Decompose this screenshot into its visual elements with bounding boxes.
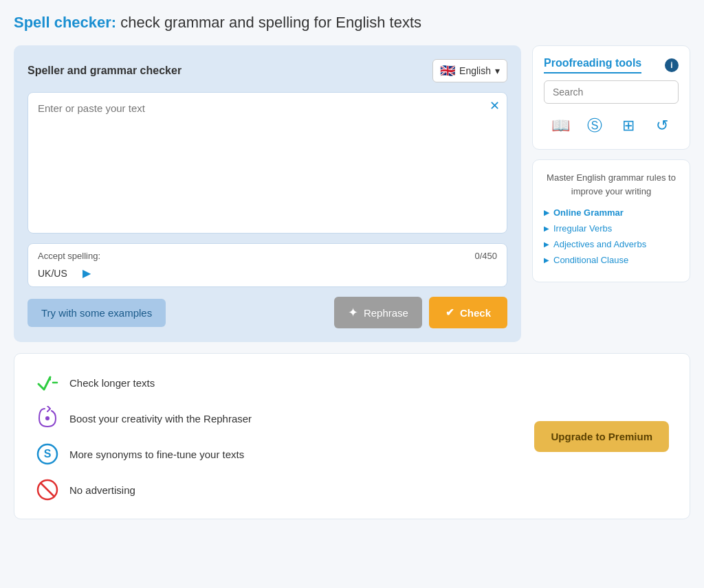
tool-icons-row: 📖 Ⓢ ⊞ ↺ bbox=[544, 113, 679, 138]
book-icon[interactable]: 📖 bbox=[549, 113, 573, 138]
grammar-icon[interactable]: ↺ bbox=[650, 113, 674, 138]
rephrase-button[interactable]: ✦ Rephrase bbox=[334, 297, 422, 328]
features-list: Check longer texts Boost your creativity… bbox=[35, 370, 252, 502]
irregular-verbs-link[interactable]: ▶ Irregular Verbs bbox=[544, 223, 679, 234]
chevron-down-icon: ▾ bbox=[495, 65, 500, 76]
flag-icon: 🇬🇧 bbox=[440, 63, 455, 78]
left-panel: Speller and grammar checker 🇬🇧 English ▾… bbox=[14, 45, 521, 342]
select-arrow-icon: ▶ bbox=[82, 267, 91, 280]
arrow-icon: ▶ bbox=[544, 256, 549, 264]
synonyms-feature-icon: S bbox=[35, 442, 60, 466]
text-input[interactable] bbox=[28, 93, 507, 230]
main-layout: Speller and grammar checker 🇬🇧 English ▾… bbox=[14, 45, 690, 342]
try-examples-button[interactable]: Try with some examples bbox=[28, 299, 166, 327]
grid-icon[interactable]: ⊞ bbox=[616, 113, 641, 138]
rephrase-sparkle-icon: ✦ bbox=[348, 305, 358, 320]
bottom-card: Check longer texts Boost your creativity… bbox=[14, 353, 690, 519]
grammar-intro: Master English grammar rules to improve … bbox=[544, 171, 679, 198]
upgrade-button[interactable]: Upgrade to Premium bbox=[534, 421, 669, 452]
rephraser-icon bbox=[35, 406, 60, 431]
checkmark-icon: ✔ bbox=[446, 306, 454, 319]
info-icon[interactable]: i bbox=[665, 58, 679, 72]
conditional-clause-link[interactable]: ▶ Conditional Clause bbox=[544, 255, 679, 265]
svg-point-2 bbox=[45, 416, 50, 420]
spelling-row: Accept spelling: 0/450 UK/US ▶ bbox=[28, 243, 507, 287]
textarea-wrapper: ✕ bbox=[28, 92, 507, 234]
spelling-select[interactable]: UK/US bbox=[38, 268, 78, 279]
char-count: 0/450 bbox=[474, 251, 497, 261]
checker-header: Speller and grammar checker 🇬🇧 English ▾ bbox=[28, 59, 507, 82]
accept-spelling-label: Accept spelling: bbox=[38, 251, 100, 261]
feature-no-ads: No advertising bbox=[35, 477, 252, 502]
check-longer-icon bbox=[35, 370, 60, 395]
page-title: Spell checker: check grammar and spellin… bbox=[14, 14, 690, 32]
search-input[interactable] bbox=[544, 80, 679, 104]
language-label: English bbox=[459, 65, 491, 76]
feature-synonyms: S More synonyms to fine-tune your texts bbox=[35, 442, 252, 466]
feature-check-longer: Check longer texts bbox=[35, 370, 252, 395]
online-grammar-link[interactable]: ▶ Online Grammar bbox=[544, 207, 679, 218]
arrow-icon: ▶ bbox=[544, 240, 549, 248]
adjectives-adverbs-link[interactable]: ▶ Adjectives and Adverbs bbox=[544, 239, 679, 249]
arrow-icon: ▶ bbox=[544, 209, 549, 216]
checker-title: Speller and grammar checker bbox=[28, 65, 182, 77]
proofreading-title: Proofreading tools bbox=[544, 57, 641, 74]
svg-line-6 bbox=[41, 483, 54, 497]
svg-text:S: S bbox=[44, 448, 52, 460]
arrow-icon: ▶ bbox=[544, 225, 549, 232]
clear-button[interactable]: ✕ bbox=[490, 100, 500, 112]
buttons-row: Try with some examples ✦ Rephrase ✔ Chec… bbox=[28, 297, 507, 328]
no-ads-icon bbox=[35, 477, 60, 502]
grammar-card: Master English grammar rules to improve … bbox=[532, 159, 690, 282]
check-button[interactable]: ✔ Check bbox=[429, 297, 507, 328]
right-panel: Proofreading tools i 📖 Ⓢ ⊞ ↺ Master Engl… bbox=[532, 45, 690, 282]
synonyms-icon[interactable]: Ⓢ bbox=[582, 113, 607, 138]
feature-rephraser: Boost your creativity with the Rephraser bbox=[35, 406, 252, 431]
language-selector[interactable]: 🇬🇧 English ▾ bbox=[432, 59, 507, 82]
proofreading-card: Proofreading tools i 📖 Ⓢ ⊞ ↺ bbox=[532, 45, 690, 150]
